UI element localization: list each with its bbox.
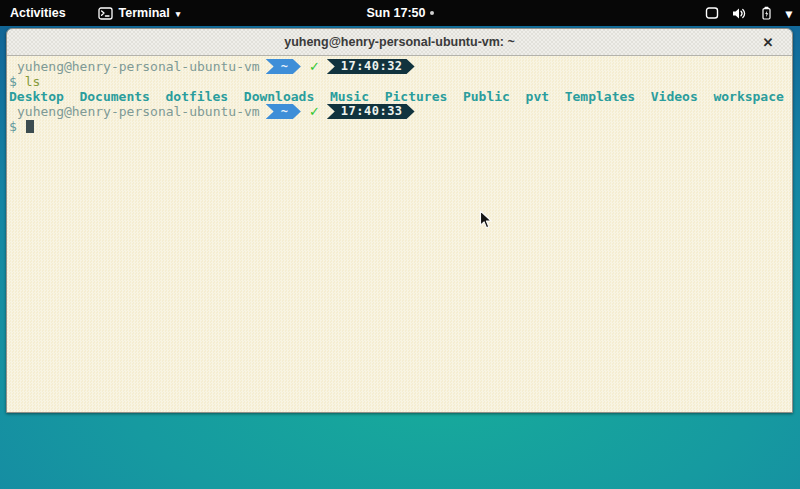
prompt-status-check-icon: ✓ <box>309 59 320 74</box>
prompt-path-segment: ~ <box>266 104 301 119</box>
notification-dot-icon <box>430 11 434 15</box>
clock[interactable]: Sun 17:50 <box>366 6 425 20</box>
system-status-area[interactable]: ▾ <box>705 0 792 26</box>
ls-output-line: Desktop Documents dotfiles Downloads Mus… <box>9 89 788 104</box>
screen-icon <box>705 7 719 19</box>
prompt-time-segment: 17:40:32 <box>327 59 415 74</box>
prompt-user-host: yuheng@henry-personal-ubuntu-vm <box>17 59 260 74</box>
system-menu-chevron-icon: ▾ <box>786 6 792 21</box>
shell-prompt-symbol: $ <box>9 74 17 89</box>
prompt-user-host: yuheng@henry-personal-ubuntu-vm <box>17 104 260 119</box>
prompt-line-2: yuheng@henry-personal-ubuntu-vm ~ ✓ 17:4… <box>9 104 788 119</box>
typed-command: ls <box>25 74 41 89</box>
close-button[interactable]: ✕ <box>756 29 780 56</box>
app-menu-terminal[interactable]: Terminal ▾ <box>98 6 181 20</box>
terminal-icon <box>98 7 113 20</box>
ls-output: Desktop Documents dotfiles Downloads Mus… <box>9 89 784 104</box>
terminal-window: yuheng@henry-personal-ubuntu-vm: ~ ✕ yuh… <box>6 28 793 413</box>
prompt-status-check-icon: ✓ <box>309 104 320 119</box>
battery-charging-icon <box>760 6 773 20</box>
volume-icon <box>732 7 747 20</box>
prompt-line-1: yuheng@henry-personal-ubuntu-vm ~ ✓ 17:4… <box>9 59 788 74</box>
command-line: $ ls <box>9 74 788 89</box>
activities-button[interactable]: Activities <box>10 6 66 20</box>
mouse-cursor-icon <box>479 210 493 230</box>
terminal-content[interactable]: yuheng@henry-personal-ubuntu-vm ~ ✓ 17:4… <box>7 56 792 412</box>
terminal-cursor <box>26 120 34 133</box>
app-menu-label: Terminal <box>119 6 170 20</box>
top-bar: Activities Terminal ▾ Sun 17:50 ▾ <box>0 0 800 26</box>
window-titlebar[interactable]: yuheng@henry-personal-ubuntu-vm: ~ ✕ <box>7 29 792 56</box>
prompt-path-segment: ~ <box>266 59 301 74</box>
shell-prompt-symbol: $ <box>9 119 17 134</box>
prompt-time-segment: 17:40:33 <box>327 104 415 119</box>
window-title: yuheng@henry-personal-ubuntu-vm: ~ <box>284 35 515 49</box>
chevron-down-icon: ▾ <box>176 10 181 19</box>
input-line[interactable]: $ <box>9 119 788 134</box>
